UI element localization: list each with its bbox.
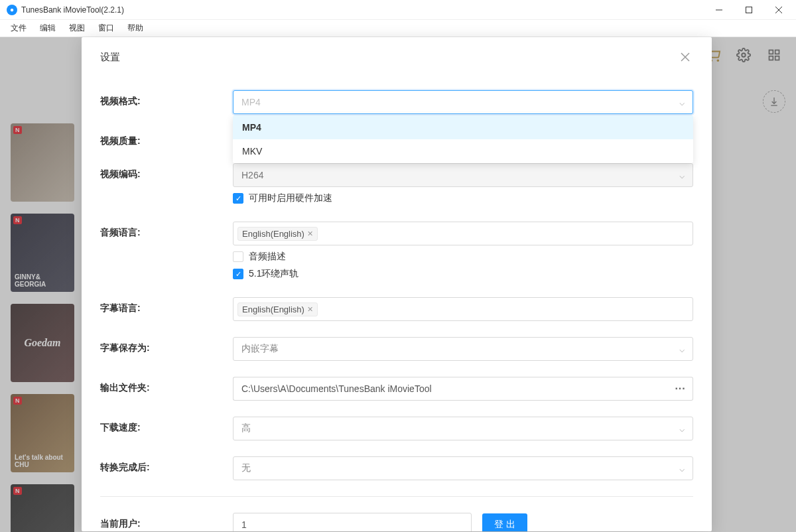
label-video-format: 视频格式: bbox=[100, 90, 233, 107]
menu-edit[interactable]: 编辑 bbox=[33, 21, 62, 35]
video-codec-select[interactable]: H264 ⌵ bbox=[233, 163, 693, 187]
dialog-header: 设置 bbox=[82, 37, 712, 70]
row-video-format: 视频格式: MP4 ⌵ MP4 MKV bbox=[100, 90, 693, 114]
subtitle-lang-input[interactable]: English(English) ✕ bbox=[233, 297, 693, 321]
row-subtitle-lang: 字幕语言: English(English) ✕ bbox=[100, 297, 693, 321]
logout-button[interactable]: 登 出 bbox=[482, 513, 527, 531]
audio-desc-checkbox[interactable] bbox=[233, 251, 243, 262]
close-button[interactable] bbox=[763, 0, 793, 20]
row-download-speed: 下载速度: 高 ⌵ bbox=[100, 417, 693, 440]
subtitle-save-value: 内嵌字幕 bbox=[241, 343, 279, 355]
surround-label: 5.1环绕声轨 bbox=[249, 268, 298, 280]
output-folder-value: C:\Users\A\Documents\TunesBank iMovieToo… bbox=[241, 383, 432, 394]
window-controls bbox=[704, 0, 793, 20]
current-user-value: 1 bbox=[241, 519, 247, 530]
after-convert-select[interactable]: 无 ⌵ bbox=[233, 456, 693, 480]
subtitle-save-select[interactable]: 内嵌字幕 ⌵ bbox=[233, 337, 693, 361]
download-speed-value: 高 bbox=[241, 423, 251, 434]
minimize-button[interactable] bbox=[704, 0, 734, 20]
audio-desc-checkbox-row[interactable]: 音频描述 bbox=[233, 251, 693, 263]
app-title: TunesBank iMovieTool(2.2.1) bbox=[21, 5, 124, 15]
title-bar: ● TunesBank iMovieTool(2.2.1) bbox=[0, 0, 796, 20]
surround-checkbox[interactable] bbox=[233, 269, 243, 279]
audio-lang-input[interactable]: English(English) ✕ bbox=[233, 222, 693, 245]
download-speed-select[interactable]: 高 ⌵ bbox=[233, 417, 693, 440]
label-subtitle-lang: 字幕语言: bbox=[100, 297, 233, 314]
browse-folder-button[interactable]: ··· bbox=[668, 377, 693, 401]
surround-checkbox-row[interactable]: 5.1环绕声轨 bbox=[233, 268, 693, 280]
row-output-folder: 输出文件夹: C:\Users\A\Documents\TunesBank iM… bbox=[100, 377, 693, 401]
label-subtitle-save: 字幕保存为: bbox=[100, 337, 233, 354]
hw-accel-label: 可用时启用硬件加速 bbox=[249, 192, 332, 204]
tag-remove-icon[interactable]: ✕ bbox=[307, 305, 313, 314]
row-current-user: 当前用户: 1 登 出 bbox=[100, 513, 693, 531]
dialog-body: 视频格式: MP4 ⌵ MP4 MKV 视频质量: 视频编码: H bbox=[82, 70, 712, 531]
video-format-select[interactable]: MP4 ⌵ bbox=[233, 90, 693, 114]
hw-accel-checkbox-row[interactable]: 可用时启用硬件加速 bbox=[233, 192, 693, 204]
video-codec-value: H264 bbox=[241, 170, 263, 180]
label-audio-lang: 音频语言: bbox=[100, 222, 233, 239]
video-format-value: MP4 bbox=[241, 97, 261, 107]
chevron-down-icon: ⌵ bbox=[679, 344, 685, 354]
format-option-mkv[interactable]: MKV bbox=[233, 139, 693, 163]
label-download-speed: 下载速度: bbox=[100, 417, 233, 434]
label-video-quality: 视频质量: bbox=[100, 130, 233, 147]
output-folder-input[interactable]: C:\Users\A\Documents\TunesBank iMovieToo… bbox=[233, 377, 668, 401]
menu-view[interactable]: 视图 bbox=[62, 21, 92, 35]
subtitle-lang-tag-text: English(English) bbox=[242, 304, 304, 314]
label-output-folder: 输出文件夹: bbox=[100, 377, 233, 394]
chevron-down-icon: ⌵ bbox=[679, 170, 685, 180]
maximize-button[interactable] bbox=[734, 0, 763, 20]
label-video-codec: 视频编码: bbox=[100, 163, 233, 180]
chevron-down-icon: ⌵ bbox=[679, 423, 685, 434]
subtitle-lang-tag[interactable]: English(English) ✕ bbox=[237, 302, 318, 316]
dialog-title: 设置 bbox=[100, 51, 120, 64]
menu-window[interactable]: 窗口 bbox=[92, 21, 121, 35]
audio-desc-label: 音频描述 bbox=[249, 251, 286, 263]
divider bbox=[100, 496, 693, 497]
row-subtitle-save: 字幕保存为: 内嵌字幕 ⌵ bbox=[100, 337, 693, 361]
row-audio-lang: 音频语言: English(English) ✕ 音频描述 5.1环绕声轨 bbox=[100, 222, 693, 280]
current-user-input[interactable]: 1 bbox=[233, 513, 472, 531]
dialog-close-button[interactable] bbox=[677, 49, 693, 65]
row-video-codec: 视频编码: H264 ⌵ 可用时启用硬件加速 bbox=[100, 163, 693, 204]
label-current-user: 当前用户: bbox=[100, 513, 233, 530]
label-after-convert: 转换完成后: bbox=[100, 456, 233, 474]
row-after-convert: 转换完成后: 无 ⌵ bbox=[100, 456, 693, 480]
menu-file[interactable]: 文件 bbox=[4, 21, 33, 35]
settings-dialog: 设置 视频格式: MP4 ⌵ MP4 MKV 视频质量: bbox=[82, 37, 712, 531]
video-format-dropdown: MP4 MKV bbox=[233, 115, 693, 163]
svg-rect-1 bbox=[746, 7, 752, 13]
audio-lang-tag-text: English(English) bbox=[242, 229, 304, 239]
menu-bar: 文件 编辑 视图 窗口 帮助 bbox=[0, 20, 796, 37]
hw-accel-checkbox[interactable] bbox=[233, 193, 243, 204]
chevron-down-icon: ⌵ bbox=[679, 463, 685, 474]
after-convert-value: 无 bbox=[241, 462, 251, 474]
chevron-down-icon: ⌵ bbox=[679, 97, 685, 107]
menu-help[interactable]: 帮助 bbox=[121, 21, 150, 35]
format-option-mp4[interactable]: MP4 bbox=[233, 115, 693, 139]
tag-remove-icon[interactable]: ✕ bbox=[307, 230, 313, 238]
app-icon: ● bbox=[7, 5, 17, 15]
audio-lang-tag[interactable]: English(English) ✕ bbox=[237, 227, 318, 241]
